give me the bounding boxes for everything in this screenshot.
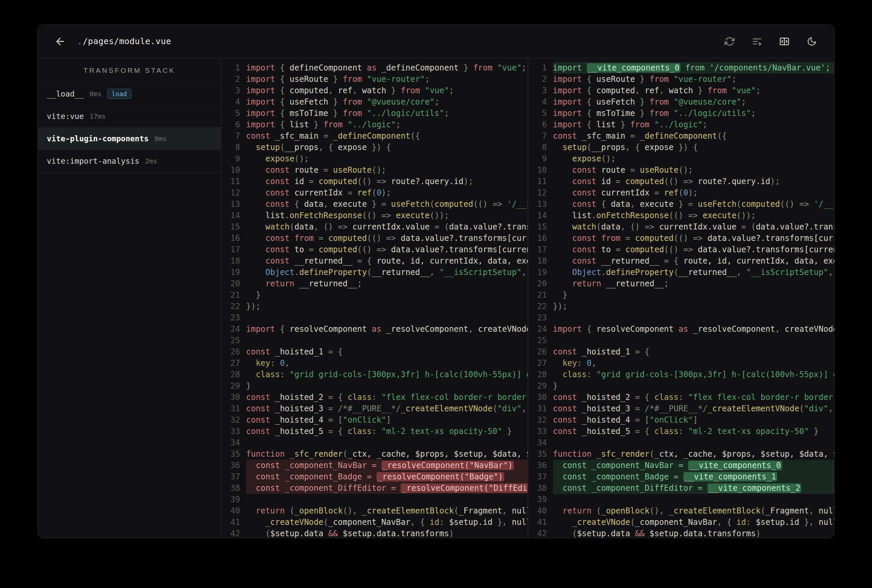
code-text: import { list } from "../logic"; <box>246 119 528 130</box>
code-text: const id = computed(() => route?.query.i… <box>553 176 834 187</box>
code-text: key: 0, <box>246 357 528 369</box>
code-line-26: 26const _hoisted_1 = { <box>221 346 528 357</box>
transform-stack-item-vite-vue[interactable]: vite:vue17ms <box>38 105 221 128</box>
code-line-12: 12 const currentIdx = ref(0); <box>221 187 528 198</box>
wrap-lines-icon <box>752 36 762 46</box>
code-text: const route = useRoute(); <box>553 164 834 176</box>
line-number: 8 <box>221 142 240 153</box>
code-line-28: 28 class: "grid grid-cols-[300px,3fr] h-… <box>221 369 528 380</box>
code-text: function _sfc_render(_ctx, _cache, $prop… <box>553 448 834 460</box>
back-button[interactable] <box>53 34 68 49</box>
code-text: const __returned__ = { route, id, curren… <box>246 255 528 267</box>
split-diff-button[interactable] <box>777 34 792 49</box>
code-text: import { computed, ref, watch } from "vu… <box>246 85 528 96</box>
code-text: const _component_DiffEditor = _resolveCo… <box>246 482 528 494</box>
code-text: } <box>553 380 834 392</box>
line-number: 3 <box>528 85 547 96</box>
code-line-31: 31const _hoisted_3 = /*#__PURE__*/_creat… <box>221 403 528 414</box>
code-text: import { msToTime } from "../logic/utils… <box>246 108 528 119</box>
line-number: 5 <box>528 108 547 119</box>
code-line-16: 16 const from = computed(() => data.valu… <box>221 232 528 244</box>
code-text: import __vite_components_0 from '/compon… <box>553 62 834 74</box>
code-text: const currentIdx = ref(0); <box>246 187 528 198</box>
line-number: 5 <box>221 108 240 119</box>
code-line-30: 30const _hoisted_2 = { class: "flex flex… <box>221 392 528 403</box>
line-number: 38 <box>528 482 547 494</box>
plugin-duration: 0ms <box>155 135 167 142</box>
transform-stack-item-vite-import-analysis[interactable]: vite:import-analysis2ms <box>38 150 221 172</box>
moon-icon <box>807 36 817 46</box>
code-line-33: 33const _hoisted_5 = { class: "ml-2 text… <box>528 426 834 437</box>
line-number: 42 <box>221 528 240 538</box>
line-number: 6 <box>221 119 240 130</box>
code-line-13: 13 const { data, execute } = useFetch(co… <box>221 198 528 210</box>
code-text: import { useRoute } from "vue-router"; <box>246 74 528 85</box>
line-number: 22 <box>221 301 240 312</box>
code-line-10: 10 const route = useRoute(); <box>528 164 834 176</box>
code-pane-before[interactable]: 1import { defineComponent as _defineComp… <box>221 58 528 538</box>
line-number: 10 <box>221 164 240 176</box>
code-pane-after[interactable]: 1import __vite_components_0 from '/compo… <box>528 58 834 538</box>
wrap-lines-button[interactable] <box>749 34 765 49</box>
code-text: const _hoisted_3 = /*#__PURE__*/_createE… <box>246 403 528 414</box>
plugin-name: __load__ <box>47 90 84 98</box>
line-number: 20 <box>221 278 240 290</box>
transform-stack-item-load[interactable]: __load__0msload <box>38 83 221 105</box>
line-number: 42 <box>528 528 547 538</box>
code-text <box>246 335 528 346</box>
line-number: 18 <box>221 255 240 267</box>
code-line-7: 7const _sfc_main = _defineComponent({ <box>528 130 834 142</box>
line-number: 23 <box>528 312 547 323</box>
line-number: 4 <box>528 96 547 108</box>
line-number: 15 <box>528 221 547 232</box>
theme-toggle-button[interactable] <box>804 34 819 49</box>
code-line-36: 36 const _component_NavBar = __vite_comp… <box>528 460 834 471</box>
line-number: 29 <box>221 380 240 392</box>
code-line-3: 3import { computed, ref, watch } from "v… <box>221 85 528 96</box>
code-line-36: 36 const _component_NavBar = _resolveCom… <box>221 460 528 471</box>
line-number: 9 <box>528 153 547 164</box>
code-text <box>246 312 528 323</box>
code-line-25: 25 <box>221 335 528 346</box>
code-line-8: 8 setup(__props, { expose }) { <box>221 142 528 153</box>
line-number: 14 <box>528 210 547 221</box>
refresh-button[interactable] <box>722 34 737 49</box>
inspect-app-window: ./pages/module.vue TRANSFORM STACK __loa… <box>38 24 834 538</box>
code-text: const _hoisted_1 = { <box>553 346 834 357</box>
line-number: 16 <box>528 232 547 244</box>
line-number: 11 <box>221 176 240 187</box>
transform-stack-item-vite-plugin-components[interactable]: vite-plugin-components0ms <box>38 128 221 150</box>
code-line-17: 17 const to = computed(() => data.value?… <box>528 244 834 255</box>
line-number: 7 <box>221 130 240 142</box>
toolbar-actions <box>722 34 819 49</box>
line-number: 30 <box>528 392 547 403</box>
code-text: const _component_Badge = __vite_componen… <box>553 471 834 482</box>
code-text <box>553 437 834 448</box>
code-text: import { useRoute } from "vue-router"; <box>553 74 834 85</box>
plugin-duration: 2ms <box>145 157 157 165</box>
line-number: 9 <box>221 153 240 164</box>
code-text: const _component_NavBar = __vite_compone… <box>553 460 834 471</box>
code-line-38: 38 const _component_DiffEditor = _resolv… <box>221 482 528 494</box>
code-line-6: 6import { list } from "../logic"; <box>528 119 834 130</box>
code-line-12: 12 const currentIdx = ref(0); <box>528 187 834 198</box>
code-line-21: 21 } <box>528 290 834 301</box>
code-line-26: 26const _hoisted_1 = { <box>528 346 834 357</box>
code-text: const _hoisted_4 = ["onClick"] <box>553 414 834 426</box>
code-text: const to = computed(() => data.value?.tr… <box>553 244 834 255</box>
code-line-14: 14 list.onFetchResponse(() => execute())… <box>528 210 834 221</box>
code-text: ($setup.data && $setup.data.transforms) <box>246 528 528 538</box>
line-number: 10 <box>528 164 547 176</box>
line-number: 36 <box>221 460 240 471</box>
line-number: 12 <box>528 187 547 198</box>
line-number: 7 <box>528 130 547 142</box>
code-line-21: 21 } <box>221 290 528 301</box>
code-text: ($setup.data && $setup.data.transforms) <box>553 528 834 538</box>
line-number: 40 <box>221 505 240 516</box>
title-path: /pages/module.vue <box>83 36 171 46</box>
code-line-20: 20 return __returned__; <box>221 278 528 290</box>
code-text: import { msToTime } from "../logic/utils… <box>553 108 834 119</box>
code-text: const from = computed(() => data.value?.… <box>246 232 528 244</box>
code-text <box>246 494 528 505</box>
code-text: const _hoisted_5 = { class: "ml-2 text-x… <box>553 426 834 437</box>
